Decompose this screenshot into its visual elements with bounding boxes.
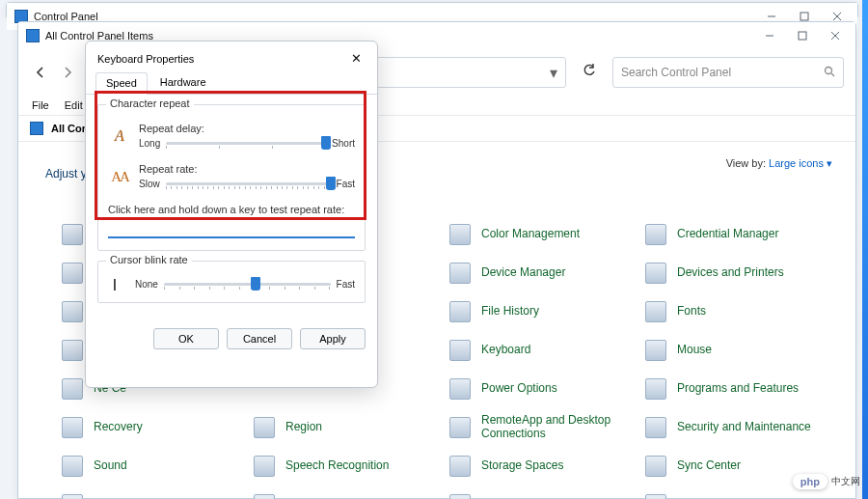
item-label: Sound	[94, 459, 127, 473]
apply-button[interactable]: Apply	[300, 328, 366, 349]
control-panel-item[interactable]: File History	[445, 292, 640, 331]
item-icon	[448, 377, 472, 401]
item-label: Power Options	[481, 382, 557, 396]
control-panel-item[interactable]: RemoteApp and Desktop Connections	[445, 408, 640, 447]
tab-speed[interactable]: Speed	[95, 72, 148, 95]
item-icon	[253, 493, 276, 499]
control-panel-item[interactable]: Color Management	[445, 215, 640, 254]
item-label: Region	[285, 421, 322, 434]
refresh-button[interactable]	[576, 64, 603, 81]
dialog-close-button[interactable]: ✕	[345, 49, 367, 68]
viewby-value[interactable]: Large icons ▾	[769, 157, 832, 169]
control-panel-item[interactable]: Region	[249, 408, 445, 447]
item-label: Credential Manager	[677, 228, 778, 241]
item-icon	[61, 339, 84, 362]
close-button[interactable]	[819, 24, 852, 47]
item-label: File History	[481, 305, 539, 319]
item-label: Fonts	[677, 305, 706, 319]
item-label: Recovery	[94, 421, 143, 434]
item-label: Programs and Features	[677, 382, 799, 396]
maximize-button[interactable]	[786, 24, 819, 47]
minimize-button[interactable]	[753, 24, 786, 47]
repeat-rate-max: Fast	[337, 179, 355, 189]
control-panel-item[interactable]: System	[53, 485, 249, 499]
cursor-blink-slider[interactable]	[164, 277, 331, 291]
item-icon	[61, 377, 84, 401]
cursor-blink-thumb[interactable]	[251, 277, 260, 291]
item-label: Storage Spaces	[481, 459, 563, 473]
control-panel-item[interactable]: Programs and Features	[640, 370, 836, 408]
repeat-delay-slider[interactable]	[166, 136, 326, 150]
item-icon	[448, 493, 472, 499]
item-label: Sync Center	[677, 459, 741, 473]
dialog-tabs: Speed Hardware	[86, 71, 377, 95]
repeat-delay-icon: A	[108, 125, 131, 148]
item-icon	[253, 455, 276, 478]
viewby: View by: Large icons ▾	[726, 157, 832, 170]
viewby-label: View by:	[726, 157, 766, 169]
control-panel-item[interactable]: Taskbar and Navigation	[249, 485, 445, 499]
control-panel-item[interactable]: Credential Manager	[640, 215, 836, 254]
item-icon	[644, 300, 667, 323]
repeat-rate-min: Slow	[139, 179, 160, 189]
cursor-blink-max: Fast	[337, 279, 355, 290]
cursor-preview: |	[108, 277, 122, 291]
item-icon	[61, 262, 84, 285]
control-panel-item[interactable]: Devices and Printers	[640, 254, 836, 292]
control-panel-item[interactable]: Troubleshooting	[445, 485, 640, 499]
item-label: Device Manager	[481, 266, 565, 280]
repeat-delay-max: Short	[332, 138, 355, 149]
control-panel-item[interactable]: Security and Maintenance	[640, 408, 836, 447]
control-panel-item[interactable]: Sound	[53, 447, 249, 485]
repeat-rate-slider[interactable]	[166, 177, 331, 190]
repeat-test-input[interactable]	[108, 219, 355, 238]
outer-window: Control Panel	[6, 2, 858, 17]
item-icon	[448, 416, 472, 439]
forward-button[interactable]	[57, 62, 78, 83]
item-icon	[644, 493, 667, 499]
item-label: Mouse	[677, 344, 712, 357]
cancel-button[interactable]: Cancel	[227, 328, 292, 349]
character-repeat-group: Character repeat A Repeat delay: Long Sh…	[97, 104, 366, 251]
search-box[interactable]: Search Control Panel	[612, 57, 844, 88]
back-button[interactable]	[30, 62, 51, 83]
item-icon	[644, 262, 667, 285]
item-icon	[448, 223, 472, 246]
search-placeholder: Search Control Panel	[621, 66, 824, 79]
keyboard-properties-dialog: Keyboard Properties ✕ Speed Hardware Cha…	[85, 41, 378, 388]
item-label: Keyboard	[481, 344, 530, 357]
watermark: php 中文网	[793, 474, 860, 489]
control-panel-item[interactable]: Recovery	[53, 408, 249, 447]
control-panel-item[interactable]: Power Options	[445, 370, 640, 408]
item-label: RemoteApp and Desktop Connections	[481, 414, 637, 441]
repeat-delay-thumb[interactable]	[321, 136, 331, 150]
repeat-delay-min: Long	[139, 138, 160, 149]
control-panel-icon	[26, 29, 40, 42]
control-panel-item[interactable]: Speech Recognition	[249, 447, 445, 485]
control-panel-item[interactable]: Fonts	[640, 292, 836, 331]
control-panel-item[interactable]: Device Manager	[445, 254, 640, 292]
repeat-rate-label: Repeat rate:	[139, 163, 355, 175]
character-repeat-legend: Character repeat	[106, 97, 194, 109]
item-label: Speech Recognition	[285, 459, 389, 473]
control-panel-item[interactable]: Mouse	[640, 331, 836, 370]
control-panel-item[interactable]: Keyboard	[445, 331, 640, 370]
dialog-buttons: OK Cancel Apply	[86, 320, 377, 359]
item-icon	[644, 377, 667, 401]
item-label: Color Management	[481, 228, 580, 241]
item-label: Devices and Printers	[677, 266, 784, 280]
repeat-rate-thumb[interactable]	[326, 177, 336, 190]
tab-hardware[interactable]: Hardware	[149, 71, 217, 94]
address-dropdown-icon[interactable]: ▾	[550, 64, 557, 82]
ok-button[interactable]: OK	[153, 328, 219, 349]
cursor-blink-min: None	[135, 279, 158, 290]
item-icon	[448, 455, 472, 478]
menu-file[interactable]: File	[26, 97, 55, 113]
item-icon	[61, 223, 84, 246]
item-icon	[644, 223, 667, 246]
svg-point-8	[826, 67, 832, 73]
item-icon	[448, 300, 472, 323]
control-panel-item[interactable]: Storage Spaces	[445, 447, 640, 485]
item-icon	[253, 416, 276, 439]
dialog-titlebar: Keyboard Properties ✕	[86, 42, 377, 71]
